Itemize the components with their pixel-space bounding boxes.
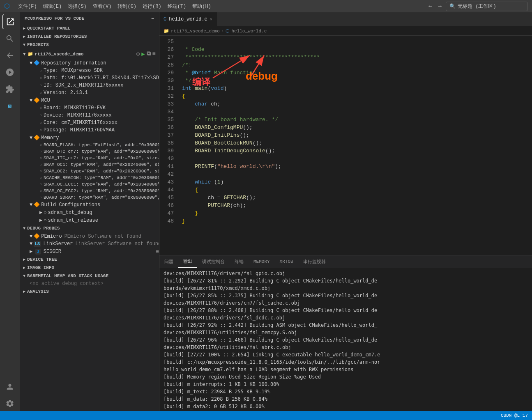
bullet-icon: ○ <box>39 195 42 200</box>
memory-item-5-value: NCACHE_REGION: type="RAM", addr="0x20300… <box>44 175 159 180</box>
nav-back-button[interactable]: ← <box>426 2 434 10</box>
build-configs-label: Build Configurations <box>41 202 100 208</box>
search-icon: 🔍 <box>449 3 456 9</box>
menu-edit[interactable]: 编辑(E) <box>43 3 62 10</box>
repo-info-header[interactable]: ▼ 🔷 Repository Information <box>20 59 159 67</box>
sidebar: MCUXPRESSO FOR VS CODE ⋯ ▶ QUICKSTART PA… <box>20 12 159 411</box>
bullet-icon: ○ <box>39 128 42 133</box>
sidebar-item-baremetal[interactable]: ▼ BAREMETAL HEAP AND STACK USAGE <box>20 272 159 280</box>
menu-goto[interactable]: 转到(G) <box>117 3 136 10</box>
memory-item-2-value: SRAM_ITC_cm7: type="RAM", addr="0x0", si… <box>44 156 159 161</box>
activity-mcux[interactable]: ⊠ <box>2 99 17 113</box>
bullet-icon: ○ <box>39 169 42 174</box>
search-bar[interactable]: 🔍 无标题 (工作区) <box>446 2 528 11</box>
debug-probe-segger[interactable]: ▶ J SEGGER ⊞ <box>20 248 159 255</box>
run-icon[interactable]: ▶ <box>141 50 145 57</box>
bullet-icon: ○ <box>39 69 42 73</box>
code-content[interactable]: * Code *********************************… <box>178 36 532 255</box>
panel-tab-terminal[interactable]: 终端 <box>230 255 249 268</box>
menu-run[interactable]: 运行(R) <box>143 3 161 10</box>
nav-forward-button[interactable]: → <box>436 2 444 10</box>
build-config-release-label: sdram_txt_release <box>48 218 98 223</box>
mcu-device-value: Device: MIMXRT1176xxxxx <box>44 112 112 118</box>
tab-hello-world[interactable]: C hello_world.c ✕ <box>159 12 217 26</box>
panel-tab-output[interactable]: 输出 <box>178 255 197 268</box>
chevron-down-icon: ▼ <box>30 135 32 141</box>
chevron-down-icon: ▼ <box>30 60 32 66</box>
build-configs-header[interactable]: ▼ 🔶 Build Configurations <box>20 201 159 209</box>
repo-version-value: Version: 2.13.1 <box>44 90 88 96</box>
sidebar-item-device-tree[interactable]: ▶ DEVICE TREE <box>20 255 159 264</box>
project-row[interactable]: ▼ 📁 rt1176_vscode_demo ⚙ ▶ ⧉ ≡ <box>20 49 159 59</box>
radio-icon: ○ <box>44 210 46 216</box>
chevron-down-icon: ▼ <box>30 241 32 247</box>
panel-tab-serial-monitor[interactable]: 串行监视器 <box>298 255 331 268</box>
menu-terminal[interactable]: 终端(T) <box>168 3 187 10</box>
memory-label: Memory <box>41 135 59 141</box>
activity-account[interactable] <box>2 379 17 394</box>
breadcrumb-project[interactable]: rt1176_vscode_demo <box>171 29 220 34</box>
segger-extra-icon[interactable]: ⊞ <box>156 248 159 255</box>
debug-probe-pemicro[interactable]: ▼ 🔶 PEmicro PEmicro Software not found <box>20 232 159 240</box>
sidebar-item-analysis[interactable]: ▶ ANALYSIS <box>20 287 159 296</box>
memory-header[interactable]: ▼ 🔶 Memory <box>20 134 159 142</box>
copy-icon[interactable]: ⧉ <box>147 50 151 57</box>
menu-select[interactable]: 选择(S) <box>68 3 87 10</box>
sidebar-item-image-info[interactable]: ▶ IMAGE INFO <box>20 264 159 272</box>
panel-tab-debug-console[interactable]: 调试控制台 <box>197 255 230 268</box>
chevron-right-icon: ▶ <box>30 248 32 255</box>
mcu-board: ○ Board: MIMXRT1170-EVK <box>20 104 159 112</box>
mcu-package: ○ Package: MIMXRT1176DVMAA <box>20 126 159 134</box>
layers-icon[interactable]: ≡ <box>152 50 156 57</box>
panel-tab-problems[interactable]: 问题 <box>159 255 178 268</box>
activity-extensions[interactable] <box>2 82 17 96</box>
activity-search[interactable] <box>2 31 17 46</box>
activity-debug[interactable] <box>2 65 17 80</box>
build-line-9: [build] [26/27 96% :: 2.468] Building C … <box>164 336 528 344</box>
breadcrumb: 📁 rt1176_vscode_demo › ⬡ hello_world.c <box>159 27 532 36</box>
sidebar-more-icon[interactable]: ⋯ <box>151 16 154 21</box>
file-icon: C <box>164 16 166 22</box>
build-line-17: [build] m_data: 2208 B 256 KB 0.84% <box>164 395 528 403</box>
mcu-package-value: Package: MIMXRT1176DVMAA <box>44 127 115 133</box>
menu-help[interactable]: 帮助(H) <box>192 3 211 10</box>
bullet-icon: ○ <box>39 143 42 147</box>
build-line-6: devices/MIMXRT1176/drivers/fsl_dcdc.c.ob… <box>164 314 528 321</box>
menu-file[interactable]: 文件(F) <box>18 3 37 10</box>
panel-content[interactable]: devices/MIMXRT1176/drivers/fsl_gpio.c.ob… <box>159 268 532 411</box>
mcu-header[interactable]: ▼ 🔶 MCU <box>20 96 159 104</box>
panel-tab-xrtos[interactable]: XRTOS <box>275 255 298 268</box>
mcu-device: ○ Device: MIMXRT1176xxxxx <box>20 112 159 119</box>
menu-view[interactable]: 查看(V) <box>93 3 112 10</box>
sidebar-item-debug-probes[interactable]: ▼ DEBUG PROBES <box>20 224 159 232</box>
activity-settings[interactable] <box>2 396 17 411</box>
sidebar-item-projects[interactable]: ▼ PROJECTS <box>20 41 159 49</box>
build-line-18: [build] m_data2: 0 GB 512 KB 0.00% <box>164 403 528 410</box>
debug-probe-linkserver[interactable]: ▼ LS LinkServer LinkServer Software not … <box>20 240 159 248</box>
memory-item-1: ○ SRAM_DTC_cm7: type="RAM", addr="0x2000… <box>20 148 159 155</box>
activity-explorer[interactable] <box>2 14 17 29</box>
build-config-release[interactable]: ▶ ○ sdram_txt_release <box>20 216 159 224</box>
panel-tab-memory[interactable]: MEMORY <box>249 255 275 268</box>
activity-git[interactable] <box>2 48 17 63</box>
build-config-debug[interactable]: ▶ ○ sdram_txt_debug <box>20 209 159 216</box>
line-numbers: 25262728 29303132 33343536 37383940 4142… <box>159 36 178 255</box>
sidebar-item-installed-repos[interactable]: ▶ INSTALLED REPOSITORIES <box>20 32 159 41</box>
memory-item-6-value: SRAM_OC_ECC1: type="RAM", addr="0x203400… <box>44 182 159 187</box>
menu-bar[interactable]: 文件(F) 编辑(E) 选择(S) 查看(V) 转到(G) 运行(R) 终端(T… <box>18 3 211 10</box>
build-config-debug-label: sdram_txt_debug <box>48 210 92 216</box>
sidebar-item-quickstart[interactable]: ▶ QUICKSTART PANEL <box>20 24 159 32</box>
chevron-right-icon: ▶ <box>23 34 25 39</box>
memory-item-7: ○ SRAM_OC_ECC2: type="RAM", addr="0x2035… <box>20 188 159 194</box>
breadcrumb-file[interactable]: hello_world.c <box>231 29 267 34</box>
baremetal-label: BAREMETAL HEAP AND STACK USAGE <box>27 273 108 278</box>
project-header-left: ▼ 📁 rt1176_vscode_demo <box>23 51 83 57</box>
project-action-icons[interactable]: ⚙ ▶ ⧉ ≡ <box>136 50 156 57</box>
chevron-down-icon: ▼ <box>23 52 26 57</box>
panel-tabs: 问题 输出 调试控制台 终端 MEMORY XRTOS 串行监视器 <box>159 255 532 268</box>
breadcrumb-sep: › <box>221 29 224 34</box>
status-bar: CSDN @L_17 <box>0 411 532 420</box>
tab-close-button[interactable]: ✕ <box>210 17 212 22</box>
settings-icon[interactable]: ⚙ <box>136 50 140 57</box>
image-info-label: IMAGE INFO <box>27 265 54 270</box>
